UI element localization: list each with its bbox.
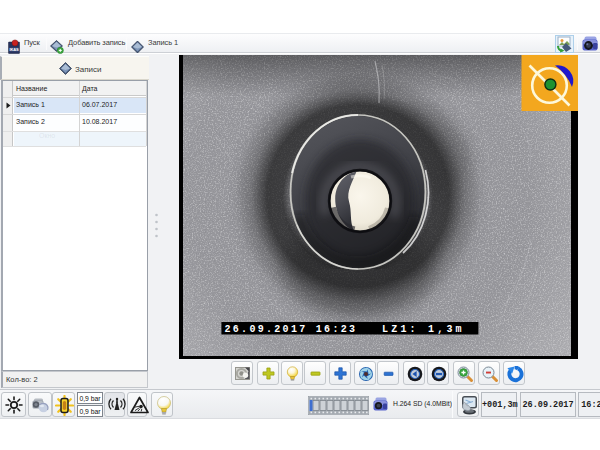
- svg-text:26.09.2017 16:23: 26.09.2017 16:23: [225, 324, 358, 335]
- svg-text:LZ1: 1,3m: LZ1: 1,3m: [382, 324, 465, 335]
- svg-text:IKAS: IKAS: [9, 47, 19, 52]
